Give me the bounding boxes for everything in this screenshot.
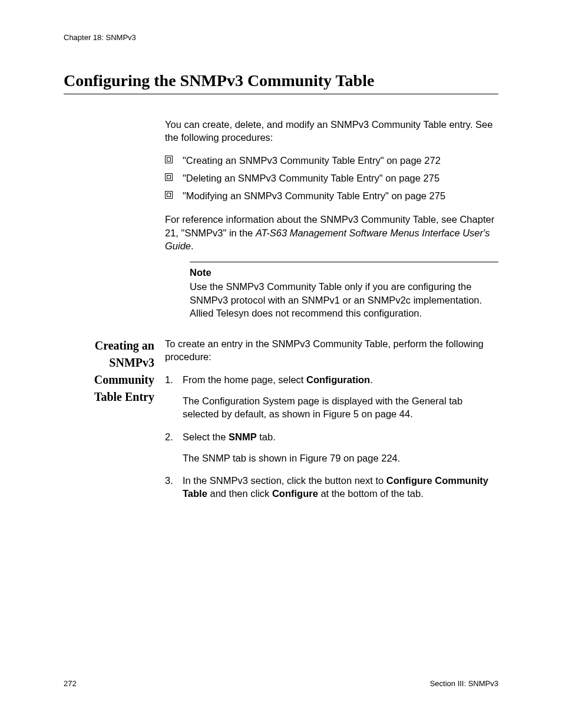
procedure-intro: To create an entry in the SNMPv3 Communi…: [165, 337, 498, 364]
procedure-block: Creating an SNMPv3 Community Table Entry…: [64, 337, 498, 509]
step-text-bold: Configure: [272, 488, 318, 499]
step-text-pre: Select the: [183, 431, 229, 442]
reference-paragraph: For reference information about the SNMP…: [165, 213, 498, 252]
side-heading-line: Creating an: [95, 339, 154, 352]
list-item: "Deleting an SNMPv3 Community Table Entr…: [165, 172, 498, 185]
step-note: The Configuration System page is display…: [183, 394, 498, 421]
procedure-links: "Creating an SNMPv3 Community Table Entr…: [165, 154, 498, 203]
list-item: "Creating an SNMPv3 Community Table Entr…: [165, 154, 498, 167]
side-heading-line: SNMPv3: [109, 356, 154, 369]
step-number: 2.: [165, 430, 173, 443]
note-block: Note Use the SNMPv3 Community Table only…: [190, 262, 498, 319]
procedure-steps: 1. From the home page, select Configurat…: [165, 373, 498, 500]
bullet-icon: [165, 156, 173, 163]
intro-body: You can create, delete, and modify an SN…: [165, 118, 498, 337]
link-text: "Deleting an SNMPv3 Community Table Entr…: [183, 173, 439, 183]
intro-block: You can create, delete, and modify an SN…: [64, 118, 498, 337]
note-body: Use the SNMPv3 Community Table only if y…: [190, 280, 498, 319]
step-text-post: tab.: [257, 431, 276, 442]
side-heading: Creating an SNMPv3 Community Table Entry: [64, 337, 165, 406]
running-header: Chapter 18: SNMPv3: [64, 33, 498, 42]
step-text-post: at the bottom of the tab.: [318, 488, 424, 499]
page: Chapter 18: SNMPv3 Configuring the SNMPv…: [0, 0, 562, 728]
note-title: Note: [190, 266, 498, 279]
page-title: Configuring the SNMPv3 Community Table: [64, 71, 498, 94]
procedure-body: To create an entry in the SNMPv3 Communi…: [165, 337, 498, 509]
bullet-icon: [165, 191, 173, 199]
side-heading-line: Table Entry: [94, 390, 154, 403]
step-3: 3. In the SNMPv3 section, click the butt…: [165, 474, 498, 500]
ref-post: .: [191, 241, 194, 251]
step-1: 1. From the home page, select Configurat…: [165, 373, 498, 421]
step-text-bold: Configuration: [306, 374, 370, 385]
margin-col-empty: [64, 118, 165, 337]
list-item: "Modifying an SNMPv3 Community Table Ent…: [165, 189, 498, 202]
link-text: "Modifying an SNMPv3 Community Table Ent…: [183, 190, 445, 201]
step-text-pre: From the home page, select: [183, 374, 306, 385]
step-number: 1.: [165, 373, 173, 386]
margin-col-heading: Creating an SNMPv3 Community Table Entry: [64, 337, 165, 509]
bullet-icon: [165, 173, 173, 181]
link-text: "Creating an SNMPv3 Community Table Entr…: [183, 155, 441, 166]
step-text-post: .: [370, 374, 373, 385]
step-note: The SNMP tab is shown in Figure 79 on pa…: [183, 452, 498, 465]
step-text-mid: and then click: [207, 488, 272, 499]
step-2: 2. Select the SNMP tab. The SNMP tab is …: [165, 430, 498, 465]
page-number: 272: [64, 679, 77, 688]
side-heading-line: Community: [94, 373, 154, 386]
intro-paragraph: You can create, delete, and modify an SN…: [165, 118, 498, 144]
step-number: 3.: [165, 474, 173, 487]
section-label: Section III: SNMPv3: [430, 679, 498, 688]
page-footer: 272 Section III: SNMPv3: [64, 679, 498, 688]
step-text-pre: In the SNMPv3 section, click the button …: [183, 475, 386, 486]
step-text-bold: SNMP: [229, 431, 257, 442]
